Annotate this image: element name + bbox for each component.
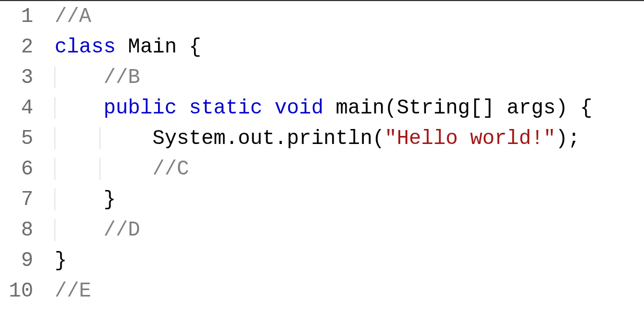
code-token: . bbox=[275, 127, 287, 150]
code-token: String bbox=[397, 96, 470, 119]
code-line[interactable]: System.out.println("Hello world!"); bbox=[55, 123, 644, 154]
code-line[interactable]: } bbox=[55, 184, 644, 215]
code-token: //D bbox=[103, 218, 140, 241]
code-token: } bbox=[103, 188, 116, 211]
line-number: 5 bbox=[0, 123, 33, 154]
line-number: 2 bbox=[0, 32, 33, 62]
code-token: out bbox=[238, 127, 274, 150]
code-token: Main bbox=[128, 35, 177, 58]
line-number: 8 bbox=[0, 215, 33, 245]
code-token: { bbox=[177, 35, 201, 58]
code-token: println bbox=[287, 127, 372, 150]
code-token: } bbox=[55, 249, 67, 272]
code-area[interactable]: //Aclass Main { //B public static void m… bbox=[39, 1, 644, 319]
indent-guide bbox=[55, 66, 55, 88]
code-token: ( bbox=[372, 127, 385, 150]
code-token bbox=[177, 96, 189, 119]
line-number-gutter: 12345678910 bbox=[0, 1, 39, 319]
code-token: ); bbox=[556, 127, 580, 150]
indent-guide bbox=[55, 188, 55, 210]
code-token bbox=[263, 96, 275, 119]
indent-guide bbox=[55, 158, 55, 180]
code-token: main bbox=[336, 96, 385, 119]
indent-guide bbox=[55, 127, 55, 149]
code-token: "Hello world!" bbox=[385, 127, 556, 150]
code-token: static bbox=[189, 96, 263, 119]
code-line[interactable]: } bbox=[55, 245, 644, 276]
code-line[interactable]: //B bbox=[55, 62, 644, 93]
code-line[interactable]: public static void main(String[] args) { bbox=[55, 93, 644, 123]
code-token: [] bbox=[470, 96, 506, 119]
code-token: System bbox=[152, 127, 226, 150]
code-line[interactable]: class Main { bbox=[55, 32, 644, 62]
line-number: 6 bbox=[0, 154, 33, 184]
code-token bbox=[324, 96, 336, 119]
indent-guide bbox=[100, 127, 100, 149]
line-number: 3 bbox=[0, 62, 33, 93]
code-token: ) { bbox=[556, 96, 592, 119]
code-token: //A bbox=[55, 5, 91, 28]
code-line[interactable]: //C bbox=[55, 154, 644, 184]
code-line[interactable]: //E bbox=[55, 276, 644, 306]
code-line[interactable]: //A bbox=[55, 1, 644, 32]
code-token: public bbox=[103, 96, 177, 119]
line-number: 4 bbox=[0, 93, 33, 123]
code-token: . bbox=[226, 127, 238, 150]
code-token: args bbox=[507, 96, 556, 119]
code-line[interactable]: //D bbox=[55, 215, 644, 245]
code-token: class bbox=[55, 35, 116, 58]
code-token: //C bbox=[152, 157, 189, 180]
code-token: //B bbox=[103, 66, 140, 89]
indent-guide bbox=[55, 97, 55, 119]
line-number: 10 bbox=[0, 276, 33, 306]
line-number: 9 bbox=[0, 245, 33, 276]
line-number: 1 bbox=[0, 1, 33, 32]
line-number: 7 bbox=[0, 184, 33, 215]
code-token bbox=[116, 35, 128, 58]
code-token: void bbox=[275, 96, 324, 119]
code-editor[interactable]: 12345678910 //Aclass Main { //B public s… bbox=[0, 1, 644, 319]
indent-guide bbox=[100, 158, 100, 180]
code-token: //E bbox=[55, 279, 91, 302]
indent-guide bbox=[55, 219, 55, 241]
code-token: ( bbox=[385, 96, 397, 119]
